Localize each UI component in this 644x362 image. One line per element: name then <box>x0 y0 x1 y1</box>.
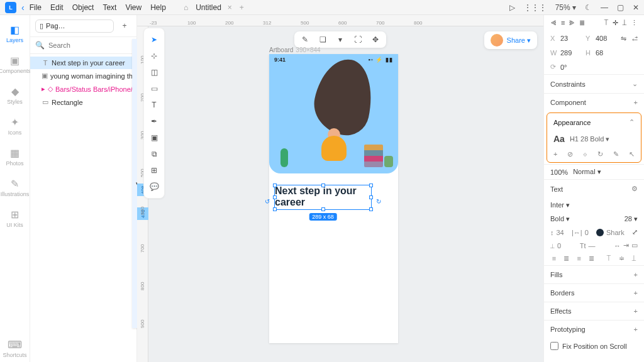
rotation-field[interactable]: ⟳0° <box>550 63 580 71</box>
pen-tool[interactable]: ✒ <box>147 114 162 129</box>
rotate-handle-left[interactable]: ↺ <box>264 197 271 205</box>
tree-item-image[interactable]: ▣ young woman imagining thin… <box>30 69 136 82</box>
pos-x-field[interactable]: X23 <box>550 35 580 42</box>
share-button[interactable]: Share ▾ <box>507 36 531 45</box>
letter-spacing-field[interactable]: 0 <box>585 229 589 236</box>
align-left-icon[interactable]: ⫷ <box>550 19 557 27</box>
theme-icon[interactable]: ☾ <box>585 3 592 12</box>
flip-v-icon[interactable]: ⥄ <box>632 34 638 43</box>
borders-header[interactable]: Borders+ <box>544 284 644 302</box>
unlink-icon[interactable]: ⤢ <box>632 228 638 236</box>
window-minimize-icon[interactable]: — <box>601 3 608 12</box>
artboard-frame[interactable]: 9:41 ▪▫ ⚡ ▮▮ Next step in your career ↺ … <box>269 54 398 343</box>
reset-icon[interactable]: ↻ <box>597 150 603 158</box>
frame-tool[interactable]: ⊹ <box>147 48 162 63</box>
search-input[interactable] <box>48 41 135 49</box>
rect-tool[interactable]: ▭ <box>147 81 162 96</box>
prototyping-header[interactable]: Prototyping+ <box>544 321 644 338</box>
plus-icon[interactable]: + <box>634 289 638 297</box>
edit-style-icon[interactable]: ✎ <box>613 150 619 158</box>
menu-view[interactable]: View <box>125 3 142 12</box>
fills-header[interactable]: Fills+ <box>544 266 644 283</box>
paragraph-field[interactable]: 0 <box>557 242 561 250</box>
vnav-components[interactable]: ▣Components <box>0 51 30 78</box>
vnav-uikits[interactable]: ⊞UI Kits <box>0 205 30 232</box>
back-icon[interactable]: ‹ <box>21 3 25 13</box>
tree-artboard[interactable]: ▾ ▯ Artboard <box>132 54 136 111</box>
selection-box[interactable]: Next step in your career ↺ ↻ 289 x 68 <box>274 185 372 210</box>
flip-h-icon[interactable]: ⇋ <box>621 34 627 43</box>
align-top-icon[interactable]: ⟙ <box>604 19 609 27</box>
effects-header[interactable]: Effects+ <box>544 302 644 320</box>
fix-position-row[interactable]: Fix Position on Scroll <box>544 338 644 354</box>
window-maximize-icon[interactable]: ▢ <box>617 3 624 12</box>
settings-icon[interactable]: ⚙ <box>631 185 638 193</box>
add-style-icon[interactable]: + <box>553 150 557 158</box>
text-color-swatch[interactable] <box>596 229 604 236</box>
layers-icon[interactable]: ❏ <box>317 34 328 45</box>
play-icon[interactable]: ▷ <box>509 3 515 12</box>
appearance-header[interactable]: Appearance⌃ <box>547 113 641 131</box>
component-tool[interactable]: ⧉ <box>147 146 162 162</box>
tree-item-text[interactable]: T Next step in your career <box>30 57 136 69</box>
canvas[interactable]: -23100200312500600700800 100200300 408 4… <box>137 15 543 362</box>
move-tool[interactable]: ➤ <box>147 32 162 47</box>
height-field[interactable]: H68 <box>586 49 616 57</box>
text-align-center-icon[interactable]: ≣ <box>563 255 570 263</box>
new-tab-icon[interactable]: + <box>240 3 244 12</box>
align-right-icon[interactable]: ⫸ <box>569 19 575 27</box>
valign-middle-icon[interactable]: ≑ <box>618 255 625 263</box>
tree-item-rect[interactable]: ▭ Rectangle <box>30 96 136 109</box>
rotate-handle-right[interactable]: ↻ <box>375 197 382 205</box>
crop-tool[interactable]: ◫ <box>147 65 162 80</box>
tree-item-component[interactable]: ▸ ◇ Bars/Status Bars/iPhone/Light <box>30 82 136 96</box>
home-icon[interactable]: ⌂ <box>184 3 188 12</box>
menu-object[interactable]: Object <box>72 3 94 12</box>
opacity-field[interactable]: 100% <box>550 168 568 176</box>
autowidth-icon[interactable]: ↔ <box>614 242 621 250</box>
text-align-right-icon[interactable]: ≡ <box>575 255 583 263</box>
pos-y-field[interactable]: Y408 <box>586 35 616 42</box>
cursor-icon[interactable]: ↖ <box>629 150 635 158</box>
distribute-icon[interactable]: ⋮ <box>631 19 638 27</box>
blend-mode-selector[interactable]: Normal ▾ <box>573 168 601 176</box>
font-size-field[interactable]: 28 ▾ <box>625 215 638 223</box>
grid-tool[interactable]: ⊞ <box>147 163 162 178</box>
vnav-icons[interactable]: ✦Icons <box>0 112 30 140</box>
zoom-level[interactable]: 75% ▾ <box>555 3 576 12</box>
plus-icon[interactable]: + <box>634 271 638 278</box>
menu-file[interactable]: File <box>30 3 42 12</box>
avatar[interactable] <box>491 34 503 47</box>
component-header[interactable]: Component+ <box>544 94 644 111</box>
artboard-label[interactable]: Artboard390×844 <box>269 47 321 53</box>
valign-bottom-icon[interactable]: ⟘ <box>630 255 638 263</box>
plus-icon[interactable]: + <box>634 326 638 333</box>
plus-icon[interactable]: + <box>634 307 638 315</box>
edit-icon[interactable]: ✎ <box>299 34 311 45</box>
font-weight-selector[interactable]: Bold ▾ <box>550 215 570 223</box>
menu-edit[interactable]: Edit <box>50 3 64 12</box>
constraints-header[interactable]: Constraints⌄ <box>544 75 644 93</box>
text-style-selector[interactable]: H1 28 Bold ▾ <box>570 135 609 143</box>
vnav-shortcuts[interactable]: ⌨Shortcuts <box>0 335 30 362</box>
menu-text[interactable]: Text <box>103 3 116 12</box>
align-bottom-icon[interactable]: ⟘ <box>622 19 627 27</box>
font-family-selector[interactable]: Inter ▾ <box>550 201 570 209</box>
vnav-layers[interactable]: ◧Layers <box>0 20 30 47</box>
heading-text[interactable]: Next step in your career <box>275 185 371 209</box>
app-logo-icon[interactable]: L <box>5 2 16 13</box>
plus-icon[interactable]: + <box>634 99 638 106</box>
fixed-size-icon[interactable]: ▭ <box>631 241 638 250</box>
text-header[interactable]: Text⚙ <box>544 180 644 198</box>
window-close-icon[interactable]: ✕ <box>633 3 639 12</box>
autoheight-icon[interactable]: ⇥ <box>623 241 629 250</box>
page-selector[interactable]: ▯ Pag… <box>35 19 114 33</box>
align-justify-icon[interactable]: ≣ <box>579 19 585 27</box>
grid-icon[interactable]: ⋮⋮⋮ <box>524 3 547 12</box>
document-tab[interactable]: Untitled × <box>196 3 232 12</box>
vnav-illustrations[interactable]: ✎Illustrations <box>0 174 30 201</box>
align-middle-icon[interactable]: ✛ <box>613 19 618 27</box>
image-tool[interactable]: ▣ <box>147 130 162 145</box>
comment-tool[interactable]: 💬 <box>147 179 162 194</box>
target-icon[interactable]: ✥ <box>370 34 381 45</box>
